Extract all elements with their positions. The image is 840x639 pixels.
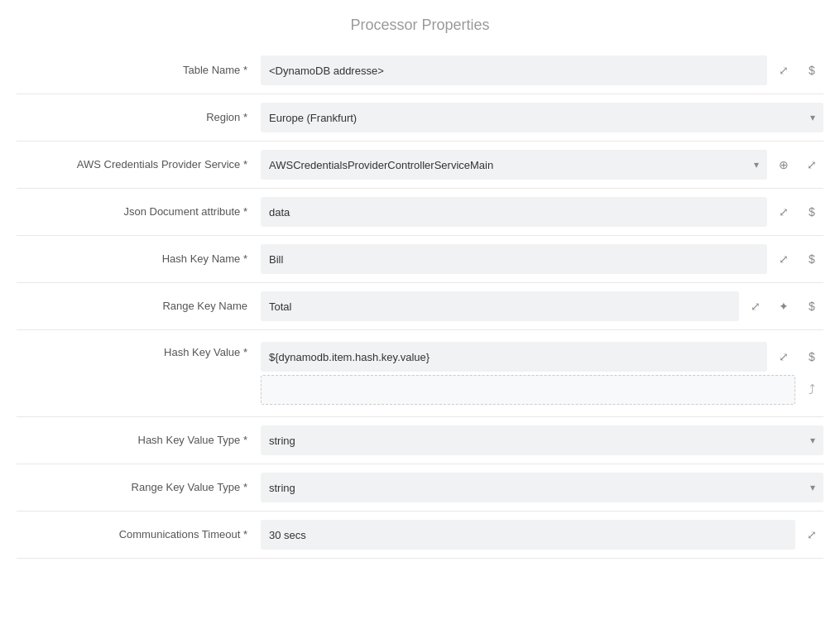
hash-key-name-dollar-btn[interactable]: $	[800, 247, 823, 271]
communications-timeout-content: ⤢	[261, 520, 823, 550]
hash-key-value-row: Hash Key Value * ⤢ $ ⤴	[17, 330, 823, 417]
hash-key-value-bottom-row: ⤴	[261, 375, 823, 405]
json-document-dollar-btn[interactable]: $	[800, 200, 823, 223]
range-key-name-content: ⤢ ✦ $	[261, 291, 823, 321]
table-name-expand-btn[interactable]: ⤢	[772, 59, 795, 82]
region-row: Region * Europe (Frankfurt) US East (N. …	[17, 94, 823, 142]
table-name-label: Table Name *	[17, 63, 261, 78]
json-document-content: ⤢ $	[261, 197, 823, 227]
range-key-name-dollar-btn[interactable]: $	[800, 295, 823, 318]
hash-key-value-top-row: ⤢ $	[261, 342, 823, 372]
hash-key-name-input[interactable]	[261, 244, 767, 274]
hash-key-value-dollar-btn[interactable]: $	[800, 345, 823, 368]
hash-key-value-type-row: Hash Key Value Type * string number bina…	[17, 417, 823, 464]
range-key-name-eraser-btn[interactable]: ✦	[772, 295, 795, 318]
json-document-label: Json Document attribute *	[17, 204, 261, 219]
range-key-value-type-select[interactable]: string number binary	[261, 473, 823, 502]
communications-timeout-expand-btn[interactable]: ⤢	[800, 523, 823, 546]
hash-key-name-expand-btn[interactable]: ⤢	[772, 247, 795, 271]
table-name-input[interactable]	[261, 55, 767, 85]
hash-key-name-label: Hash Key Name *	[17, 252, 261, 267]
hash-key-name-content: ⤢ $	[261, 244, 823, 274]
range-key-value-type-content: string number binary ▾	[261, 473, 823, 502]
hash-key-value-type-content: string number binary ▾	[261, 425, 823, 455]
hash-key-value-expand-btn[interactable]: ⤢	[772, 345, 795, 368]
json-document-row: Json Document attribute * ⤢ $	[17, 189, 823, 236]
aws-credentials-external-btn[interactable]: ⤢	[800, 153, 823, 176]
aws-credentials-content: AWSCredentialsProviderControllerServiceM…	[261, 150, 823, 180]
region-select[interactable]: Europe (Frankfurt) US East (N. Virginia)…	[261, 103, 823, 132]
range-key-value-type-row: Range Key Value Type * string number bin…	[17, 464, 823, 512]
communications-timeout-row: Communications Timeout * ⤢	[17, 512, 823, 559]
hash-key-value-bottom-input[interactable]	[261, 375, 795, 405]
communications-timeout-label: Communications Timeout *	[17, 527, 261, 542]
json-document-expand-btn[interactable]: ⤢	[772, 200, 795, 223]
hash-key-name-row: Hash Key Name * ⤢ $	[17, 236, 823, 283]
range-key-name-label: Range Key Name	[17, 299, 261, 314]
table-name-row: Table Name * ⤢ $	[17, 47, 823, 94]
table-name-content: ⤢ $	[261, 55, 823, 85]
aws-credentials-row: AWS Credentials Provider Service * AWSCr…	[17, 142, 823, 189]
hash-key-value-type-select-wrapper: string number binary ▾	[261, 425, 823, 455]
page-title: Processor Properties	[17, 0, 823, 47]
range-key-name-expand-btn[interactable]: ⤢	[744, 295, 767, 318]
hash-key-value-top-input[interactable]	[261, 342, 767, 372]
region-content: Europe (Frankfurt) US East (N. Virginia)…	[261, 103, 823, 132]
range-key-value-type-label: Range Key Value Type *	[17, 480, 261, 495]
range-key-value-type-select-wrapper: string number binary ▾	[261, 473, 823, 502]
region-select-wrapper: Europe (Frankfurt) US East (N. Virginia)…	[261, 103, 823, 132]
range-key-name-row: Range Key Name ⤢ ✦ $	[17, 283, 823, 330]
hash-key-value-label: Hash Key Value *	[17, 339, 261, 360]
table-name-dollar-btn[interactable]: $	[800, 59, 823, 82]
hash-key-value-share-btn[interactable]: ⤴	[800, 378, 823, 401]
hash-key-value-type-label: Hash Key Value Type *	[17, 433, 261, 448]
region-label: Region *	[17, 110, 261, 125]
hash-key-value-type-select[interactable]: string number binary	[261, 425, 823, 455]
communications-timeout-input[interactable]	[261, 520, 795, 550]
aws-credentials-add-btn[interactable]: ⊕	[772, 153, 795, 176]
aws-credentials-select[interactable]: AWSCredentialsProviderControllerServiceM…	[261, 150, 767, 180]
json-document-input[interactable]	[261, 197, 767, 227]
aws-credentials-label: AWS Credentials Provider Service *	[17, 157, 261, 172]
aws-credentials-select-wrapper: AWSCredentialsProviderControllerServiceM…	[261, 150, 767, 180]
range-key-name-input[interactable]	[261, 291, 739, 321]
